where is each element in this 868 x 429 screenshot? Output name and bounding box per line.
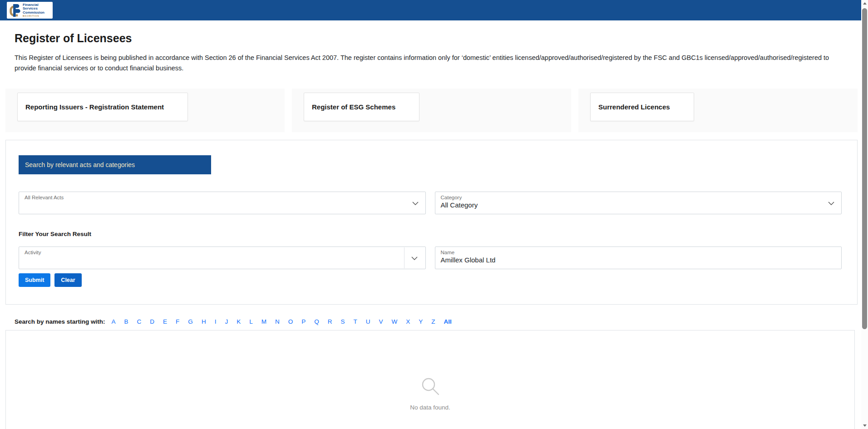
letter-link-all[interactable]: All (444, 318, 452, 325)
results-panel: No data found. (5, 330, 855, 429)
letter-link-r[interactable]: R (328, 318, 332, 325)
reporting-issuers-card[interactable]: Reporting Issuers - Registration Stateme… (17, 93, 188, 121)
search-row-2: Activity Name Amillex Global Ltd (19, 247, 842, 269)
letter-link-t[interactable]: T (353, 318, 357, 325)
letter-link-h[interactable]: H (202, 318, 206, 325)
activity-label: Activity (25, 250, 420, 255)
fsc-logo-icon (9, 4, 21, 17)
category-select[interactable]: Category All Category (435, 192, 842, 214)
letter-link-o[interactable]: O (288, 318, 293, 325)
fsc-logo-text: Financial Services Commission MAURITIUS (23, 3, 44, 17)
page-title: Register of Licensees (15, 32, 858, 45)
letter-link-y[interactable]: Y (419, 318, 423, 325)
filter-heading: Filter Your Search Result (19, 231, 842, 237)
chevron-down-icon (411, 254, 418, 262)
clear-button[interactable]: Clear (54, 273, 81, 287)
vertical-scrollbar[interactable] (861, 0, 868, 429)
letter-link-m[interactable]: M (261, 318, 266, 325)
letter-link-e[interactable]: E (163, 318, 167, 325)
letter-link-x[interactable]: X (406, 318, 410, 325)
fsc-logo[interactable]: Financial Services Commission MAURITIUS (7, 2, 53, 19)
search-panel: Search by relevant acts and categories A… (5, 140, 858, 305)
quick-link-label: Register of ESG Schemes (312, 103, 395, 111)
chevron-down-icon (412, 199, 419, 207)
quick-link-label: Reporting Issuers - Registration Stateme… (25, 103, 164, 111)
letter-link-p[interactable]: P (301, 318, 306, 325)
quick-link-block: Register of ESG Schemes (292, 89, 571, 132)
name-label: Name (441, 250, 836, 255)
quick-links-row: Reporting Issuers - Registration Stateme… (5, 89, 858, 132)
relevant-acts-select[interactable]: All Relevant Acts (19, 192, 426, 214)
surrendered-licences-card[interactable]: Surrendered Licences (590, 93, 694, 121)
relevant-acts-label: All Relevant Acts (25, 195, 420, 200)
empty-message: No data found. (410, 404, 450, 411)
letter-link-z[interactable]: Z (431, 318, 435, 325)
letter-link-f[interactable]: F (176, 318, 179, 325)
scroll-up-arrow-icon[interactable] (861, 0, 868, 7)
letter-link-k[interactable]: K (237, 318, 241, 325)
category-value: All Category (441, 201, 836, 209)
letter-link-d[interactable]: D (150, 318, 154, 325)
esg-schemes-card[interactable]: Register of ESG Schemes (304, 93, 419, 121)
app-header: Financial Services Commission MAURITIUS (0, 0, 868, 20)
name-field[interactable]: Name Amillex Global Ltd (435, 247, 842, 269)
letter-link-n[interactable]: N (275, 318, 280, 325)
letter-link-w[interactable]: W (392, 318, 398, 325)
chevron-down-icon (828, 199, 834, 207)
letter-link-g[interactable]: G (188, 318, 193, 325)
tab-search-by-acts[interactable]: Search by relevant acts and categories (19, 155, 211, 174)
page-description: This Register of Licensees is being publ… (15, 53, 844, 74)
scroll-down-arrow-icon[interactable] (861, 422, 868, 429)
letter-link-j[interactable]: J (225, 318, 228, 325)
alphabet-letters: ABCDEFGHIJKLMNOPQRSTUVWXYZ (112, 318, 435, 325)
letter-link-c[interactable]: C (137, 318, 142, 325)
alphabet-filter: Search by names starting with: ABCDEFGHI… (15, 318, 858, 325)
category-label: Category (441, 195, 836, 200)
alphabet-filter-label: Search by names starting with: (15, 318, 105, 325)
submit-button[interactable]: Submit (19, 273, 50, 287)
letter-link-b[interactable]: B (124, 318, 128, 325)
letter-link-s[interactable]: S (340, 318, 345, 325)
letter-link-q[interactable]: Q (314, 318, 319, 325)
button-row: Submit Clear (19, 273, 842, 287)
letter-link-u[interactable]: U (366, 318, 370, 325)
quick-link-block: Reporting Issuers - Registration Stateme… (5, 89, 285, 132)
letter-link-i[interactable]: I (215, 318, 217, 325)
letter-link-l[interactable]: L (249, 318, 253, 325)
name-value: Amillex Global Ltd (441, 256, 836, 264)
quick-link-label: Surrendered Licences (598, 103, 670, 111)
letter-link-a[interactable]: A (112, 318, 116, 325)
scrollbar-thumb[interactable] (862, 8, 867, 329)
search-row-1: All Relevant Acts Category All Category (19, 192, 842, 214)
activity-select[interactable]: Activity (19, 247, 426, 269)
quick-link-block: Surrendered Licences (578, 89, 858, 132)
search-icon (420, 376, 441, 397)
letter-link-v[interactable]: V (379, 318, 383, 325)
